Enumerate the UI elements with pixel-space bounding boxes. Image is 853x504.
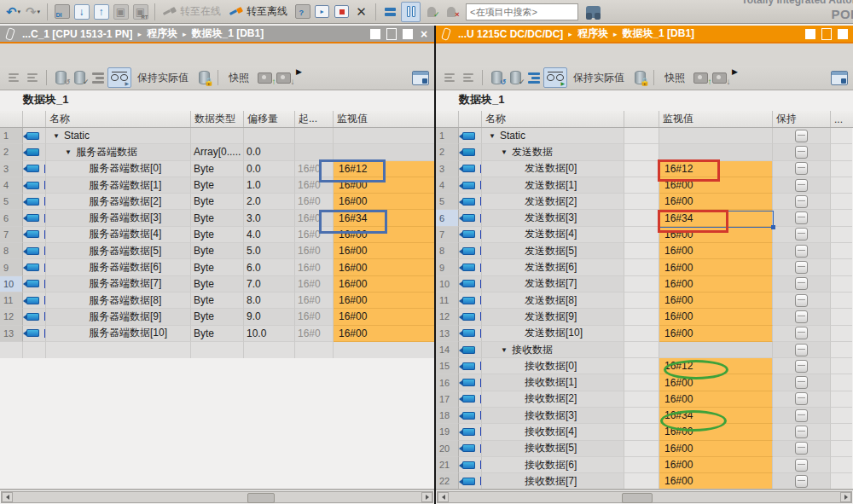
breadcrumb-data-block[interactable]: 数据块_1 [DB1] bbox=[191, 26, 264, 41]
table-row[interactable]: 11发送数据[8]16#00 bbox=[436, 293, 853, 309]
scrollbar-thumb[interactable] bbox=[247, 493, 275, 503]
empty-row[interactable] bbox=[0, 342, 434, 358]
add-row-button[interactable] bbox=[24, 68, 41, 87]
monitor-value-cell[interactable] bbox=[659, 342, 773, 358]
startvalue-cell[interactable]: 16#0 bbox=[295, 161, 334, 177]
row-number-cell[interactable]: 3 bbox=[0, 161, 23, 177]
header-retain[interactable]: 保持 bbox=[773, 111, 831, 127]
table-row[interactable]: 6服务器端数据[3]Byte3.016#016#34 bbox=[0, 210, 434, 226]
monitor-value-cell[interactable]: 16#00 bbox=[334, 227, 434, 243]
monitor-value-cell[interactable]: 16#00 bbox=[334, 243, 434, 259]
startvalue-cell[interactable]: 16#0 bbox=[295, 309, 334, 325]
table-row[interactable]: 21接收数据[6]16#00 bbox=[436, 457, 853, 473]
name-cell[interactable]: 发送数据[9] bbox=[482, 309, 624, 325]
toolbar-overflow-icon[interactable]: ▶ bbox=[296, 66, 302, 76]
monitor-value-cell[interactable]: 16#00 bbox=[334, 326, 434, 342]
table-row[interactable]: 12服务器端数据[9]Byte9.016#016#00 bbox=[0, 309, 434, 325]
retain-checkbox[interactable] bbox=[795, 195, 808, 208]
keep-actual-values-button[interactable]: 保持实际值 bbox=[573, 71, 624, 85]
datatype-cell[interactable] bbox=[191, 128, 244, 144]
name-cell[interactable]: 接收数据[2] bbox=[482, 391, 624, 408]
table-row[interactable]: 13发送数据[10]16#00 bbox=[436, 326, 853, 342]
monitor-value-cell[interactable]: 16#00 bbox=[659, 374, 773, 391]
snapshot-upload-button[interactable]: ↑ bbox=[256, 68, 273, 87]
maximize-button[interactable] bbox=[838, 29, 848, 39]
retain-checkbox[interactable] bbox=[795, 310, 808, 323]
monitor-value-cell[interactable]: 16#00 bbox=[659, 391, 773, 408]
snapshot-button[interactable]: 快照 bbox=[664, 71, 685, 85]
retain-checkbox[interactable] bbox=[795, 228, 808, 240]
retain-checkbox[interactable] bbox=[795, 179, 808, 192]
table-row[interactable]: 17接收数据[2]16#00 bbox=[436, 391, 853, 408]
table-row[interactable]: 10服务器端数据[7]Byte7.016#016#00 bbox=[0, 276, 434, 293]
restore-button[interactable] bbox=[386, 29, 397, 39]
name-cell[interactable]: 服务器端数据[7] bbox=[46, 276, 191, 293]
table-row[interactable]: 2▼服务器端数据Array[0.....0.0 bbox=[0, 144, 434, 160]
row-number-cell[interactable]: 11 bbox=[436, 293, 459, 309]
redo-button[interactable]: ↷▾ bbox=[24, 3, 42, 21]
row-number-cell[interactable]: 1 bbox=[436, 128, 459, 144]
name-cell[interactable]: ▼Static bbox=[46, 128, 191, 144]
monitor-value-cell[interactable]: 16#00 bbox=[659, 293, 773, 309]
table-row[interactable]: 3发送数据[0]16#12 bbox=[436, 161, 853, 177]
monitor-value-cell[interactable]: 16#00 bbox=[334, 276, 434, 293]
table-row[interactable]: 13服务器端数据[10]Byte10.016#016#00 bbox=[0, 326, 434, 342]
monitor-value-cell[interactable]: 16#12 bbox=[659, 358, 773, 374]
go-online-button[interactable] bbox=[160, 3, 178, 21]
split-vertical-button[interactable] bbox=[401, 2, 421, 22]
retain-checkbox[interactable] bbox=[795, 442, 808, 455]
right-pane-title-bar[interactable]: ...U 1215C DC/DC/DC] ▸ 程序块 ▸ 数据块_1 [DB1] bbox=[436, 26, 853, 42]
expand-members-button[interactable] bbox=[525, 68, 543, 87]
row-number-cell[interactable]: 9 bbox=[0, 259, 23, 275]
table-row[interactable]: 8发送数据[5]16#00 bbox=[436, 243, 853, 259]
left-pane-title-bar[interactable]: ...C_1 [CPU 1513-1 PN] ▸ 程序块 ▸ 数据块_1 [DB… bbox=[0, 26, 434, 42]
table-row[interactable]: 6发送数据[3]16#34 bbox=[436, 210, 853, 226]
breadcrumb-program-blocks[interactable]: 程序块 bbox=[577, 26, 608, 41]
name-cell[interactable]: 发送数据[7] bbox=[482, 276, 624, 293]
name-cell[interactable]: 服务器端数据[6] bbox=[46, 259, 191, 275]
header-name[interactable]: 名称 bbox=[46, 111, 191, 127]
row-number-cell[interactable]: 2 bbox=[0, 144, 23, 160]
row-number-cell[interactable]: 3 bbox=[436, 161, 459, 177]
monitor-value-cell[interactable]: 16#00 bbox=[659, 177, 773, 194]
row-number-cell[interactable]: 2 bbox=[436, 144, 459, 160]
monitor-value-cell[interactable] bbox=[659, 128, 773, 144]
retain-checkbox[interactable] bbox=[795, 261, 808, 274]
redo-dropdown-icon[interactable]: ▾ bbox=[38, 9, 41, 15]
startvalue-cell[interactable]: 16#0 bbox=[295, 243, 334, 259]
name-cell[interactable]: 接收数据[7] bbox=[482, 473, 624, 490]
monitor-value-cell[interactable]: 16#00 bbox=[334, 309, 434, 325]
row-number-cell[interactable]: 19 bbox=[436, 424, 459, 440]
startvalue-cell[interactable] bbox=[295, 128, 334, 144]
datatype-cell[interactable]: Byte bbox=[191, 194, 244, 210]
row-number-cell[interactable]: 12 bbox=[436, 309, 459, 325]
name-cell[interactable]: ▼服务器端数据 bbox=[46, 144, 191, 160]
retain-checkbox[interactable] bbox=[795, 475, 808, 488]
go-online-label[interactable]: 转至在线 bbox=[180, 4, 221, 19]
row-number-cell[interactable]: 15 bbox=[436, 358, 459, 374]
right-h-scrollbar[interactable] bbox=[437, 491, 852, 503]
monitor-value-cell[interactable]: 16#00 bbox=[659, 457, 773, 473]
row-number-cell[interactable]: 7 bbox=[436, 227, 459, 243]
row-number-cell[interactable]: 11 bbox=[0, 293, 23, 309]
name-cell[interactable]: 服务器端数据[5] bbox=[46, 243, 191, 259]
retain-checkbox[interactable] bbox=[795, 211, 808, 224]
datatype-cell[interactable]: Byte bbox=[191, 227, 244, 243]
row-number-cell[interactable]: 22 bbox=[436, 473, 459, 490]
table-row[interactable]: 20接收数据[5]16#00 bbox=[436, 441, 853, 457]
insert-row-button[interactable] bbox=[441, 68, 458, 87]
monitor-value-cell[interactable]: 16#00 bbox=[659, 424, 773, 440]
retain-checkbox[interactable] bbox=[795, 392, 808, 405]
name-cell[interactable]: 接收数据[3] bbox=[482, 408, 624, 424]
retain-values-button[interactable]: 🔒 bbox=[195, 68, 212, 87]
restore-button[interactable] bbox=[821, 29, 832, 39]
monitor-value-cell[interactable]: 16#00 bbox=[659, 194, 773, 210]
header-monitor[interactable]: 监视值 bbox=[334, 111, 434, 127]
row-number-cell[interactable]: 9 bbox=[436, 259, 459, 275]
toolbar-overflow-icon[interactable]: ▶ bbox=[732, 66, 738, 76]
monitor-value-cell[interactable]: 16#34 bbox=[659, 210, 773, 226]
table-row[interactable]: 16接收数据[1]16#00 bbox=[436, 374, 853, 391]
expand-members-button[interactable] bbox=[90, 68, 107, 87]
breadcrumb-data-block[interactable]: 数据块_1 [DB1] bbox=[622, 26, 694, 41]
table-row[interactable]: 4发送数据[1]16#00 bbox=[436, 177, 853, 194]
